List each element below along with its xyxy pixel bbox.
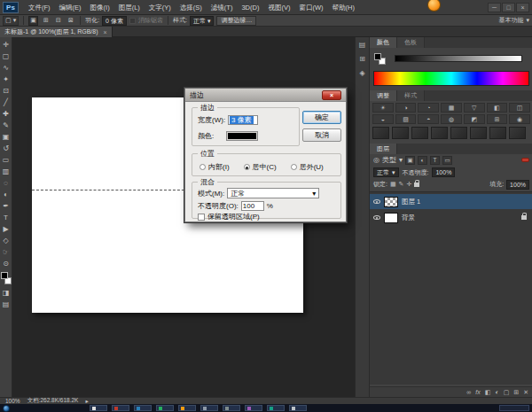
style-swatch[interactable] <box>470 127 487 139</box>
subtract-selection-icon[interactable]: ⊟ <box>53 16 63 26</box>
layer-row-layer1[interactable]: 图层 1 <box>370 194 532 209</box>
ok-button[interactable]: 确定 <box>302 111 341 124</box>
curves-icon[interactable]: ◔ <box>418 103 439 113</box>
filter-toggle-switch[interactable] <box>521 158 529 162</box>
tab-adjustments[interactable]: 调整 <box>370 90 397 101</box>
stroke-color-swatch[interactable] <box>226 131 258 141</box>
info-panel-icon[interactable]: ◈ <box>359 69 364 77</box>
menu-view[interactable]: 视图(V) <box>263 0 294 15</box>
layer-mask-icon[interactable]: ◧ <box>485 389 491 396</box>
new-layer-icon[interactable]: ⊞ <box>513 389 519 396</box>
style-select[interactable]: 正常 ▾ <box>190 16 215 26</box>
path-selection-tool[interactable]: ▶ <box>0 223 12 235</box>
dodge-tool[interactable]: ◐ <box>0 189 12 200</box>
lasso-tool[interactable]: ∿ <box>0 62 12 74</box>
taskbar-item[interactable] <box>112 405 129 411</box>
color-balance-icon[interactable]: ◫ <box>509 103 530 113</box>
menu-type[interactable]: 文字(Y) <box>145 0 176 15</box>
antialias-checkbox[interactable] <box>129 18 136 24</box>
refine-edge-button[interactable]: 调整边缘… <box>216 16 256 26</box>
tab-swatches[interactable]: 色板 <box>397 37 425 48</box>
taskbar-item[interactable] <box>289 405 307 411</box>
photo-filter-icon[interactable]: ▨ <box>395 114 417 124</box>
menu-3d[interactable]: 3D(D) <box>237 0 263 15</box>
tab-styles[interactable]: 样式 <box>397 90 425 101</box>
blur-tool[interactable]: ◌ <box>0 177 12 189</box>
shape-tool[interactable]: ◇ <box>0 235 12 246</box>
preserve-transparency-checkbox[interactable] <box>198 214 205 221</box>
filter-kind-label[interactable]: 类型 <box>382 155 396 165</box>
taskbar-item[interactable] <box>90 405 107 411</box>
menu-filter[interactable]: 滤镜(T) <box>207 0 238 15</box>
pen-tool[interactable]: ✒ <box>0 200 12 212</box>
visibility-eye-icon[interactable] <box>373 199 380 204</box>
taskbar-item[interactable] <box>223 405 240 411</box>
tool-preset-picker[interactable]: ▢ ▾ <box>3 16 19 26</box>
taskbar-item[interactable] <box>267 405 285 411</box>
taskbar-item[interactable] <box>245 405 262 411</box>
crop-tool[interactable]: ⊡ <box>0 85 12 97</box>
threshold-icon[interactable]: ⊞ <box>487 114 508 124</box>
intersect-selection-icon[interactable]: ⊠ <box>66 16 75 26</box>
dialog-title-bar[interactable]: 描边 × <box>185 89 346 102</box>
taskbar-item[interactable] <box>200 405 218 411</box>
menu-select[interactable]: 选择(S) <box>176 0 207 15</box>
start-button[interactable] <box>3 405 10 412</box>
cancel-button[interactable]: 取消 <box>302 128 341 142</box>
layer-row-background[interactable]: 背景 <box>370 210 532 225</box>
invert-icon[interactable]: ◍ <box>441 114 462 124</box>
delete-layer-icon[interactable]: ✕ <box>523 389 528 396</box>
style-swatch[interactable] <box>372 127 389 139</box>
brightness-contrast-icon[interactable]: ☀ <box>372 103 394 113</box>
lock-transparency-icon[interactable]: ▦ <box>390 181 396 188</box>
menu-image[interactable]: 图像(I) <box>86 0 114 15</box>
grayscale-slider[interactable]: ▾ <box>395 55 522 62</box>
new-group-icon[interactable]: ▢ <box>504 389 510 396</box>
menu-file[interactable]: 文件(F) <box>24 0 55 15</box>
eraser-tool[interactable]: ▭ <box>0 154 12 166</box>
layer-thumbnail[interactable] <box>384 213 398 223</box>
workspace-switcher[interactable]: 基本功能 <box>498 16 523 25</box>
style-swatch[interactable] <box>489 127 506 139</box>
color-spectrum-ramp[interactable] <box>373 71 529 86</box>
minimize-button[interactable]: ─ <box>488 3 501 12</box>
menu-window[interactable]: 窗口(W) <box>294 0 327 15</box>
healing-brush-tool[interactable]: ✚ <box>0 108 12 120</box>
blend-mode-select[interactable]: 正常 ▾ <box>373 167 399 177</box>
radio-dot[interactable] <box>200 164 206 170</box>
filter-pixel-icon[interactable]: ▣ <box>405 156 415 165</box>
history-brush-tool[interactable]: ↺ <box>0 143 12 154</box>
radio-outside[interactable]: 居外(U) <box>291 162 324 172</box>
tab-color[interactable]: 颜色 <box>370 37 397 48</box>
quick-selection-tool[interactable]: ✦ <box>0 74 12 85</box>
quick-mask-icon[interactable]: ◨ <box>0 287 12 299</box>
taskbar-item[interactable] <box>178 405 196 411</box>
gradient-tool[interactable]: ▥ <box>0 166 12 177</box>
style-swatch[interactable] <box>509 127 526 139</box>
posterize-icon[interactable]: ◩ <box>464 114 485 124</box>
screen-mode-icon[interactable]: ▤ <box>0 299 12 310</box>
properties-panel-icon[interactable]: ⊞ <box>359 55 365 63</box>
maximize-button[interactable]: □ <box>502 3 515 12</box>
fill-value[interactable]: 100% <box>506 180 529 190</box>
exposure-icon[interactable]: ▦ <box>441 103 462 113</box>
style-swatch[interactable] <box>450 127 467 139</box>
filter-adjustment-icon[interactable]: ◐ <box>418 156 427 165</box>
menu-layer[interactable]: 图层(L) <box>114 0 145 15</box>
history-panel-icon[interactable]: ▤ <box>359 41 366 49</box>
rect-marquee-tool[interactable]: ▢ <box>0 51 12 62</box>
gradient-map-icon[interactable]: ◉ <box>509 114 530 124</box>
hue-saturation-icon[interactable]: ◧ <box>487 103 508 113</box>
taskbar-item[interactable] <box>134 405 152 411</box>
taskbar-item[interactable] <box>156 405 174 411</box>
width-input[interactable]: 3 像素 <box>228 115 258 125</box>
add-selection-icon[interactable]: ⊞ <box>41 16 51 26</box>
channel-mixer-icon[interactable]: ◓ <box>418 114 439 124</box>
dialog-close-button[interactable]: × <box>322 90 341 100</box>
hand-tool[interactable]: ☞ <box>0 246 12 258</box>
link-layers-icon[interactable]: ∞ <box>466 389 471 395</box>
close-tab-icon[interactable]: × <box>104 29 107 35</box>
feather-input[interactable]: 0 像素 <box>102 16 127 26</box>
mode-select[interactable]: 正常 ▾ <box>227 188 319 198</box>
color-swatches[interactable] <box>0 271 12 287</box>
